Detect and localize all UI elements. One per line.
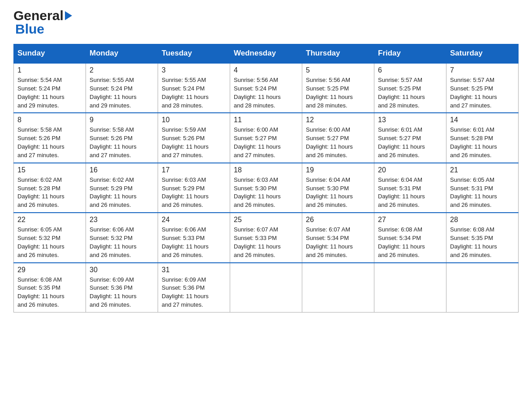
day-number: 7 — [450, 66, 515, 74]
weekday-header-saturday: Saturday — [446, 44, 519, 63]
calendar-cell: 15 Sunrise: 6:02 AM Sunset: 5:28 PM Dayl… — [14, 163, 86, 213]
day-number: 29 — [17, 266, 82, 274]
calendar-cell: 9 Sunrise: 5:58 AM Sunset: 5:26 PM Dayli… — [86, 113, 158, 163]
day-number: 16 — [90, 166, 154, 174]
day-info: Sunrise: 6:09 AM Sunset: 5:36 PM Dayligh… — [90, 276, 154, 309]
logo-general-text: General — [13, 9, 64, 22]
calendar-cell: 25 Sunrise: 6:07 AM Sunset: 5:33 PM Dayl… — [230, 213, 302, 262]
day-number: 6 — [378, 66, 442, 74]
day-info: Sunrise: 6:01 AM Sunset: 5:28 PM Dayligh… — [450, 126, 515, 159]
day-info: Sunrise: 5:58 AM Sunset: 5:26 PM Dayligh… — [90, 126, 154, 159]
day-number: 30 — [90, 266, 154, 274]
day-number: 2 — [90, 66, 154, 74]
day-info: Sunrise: 6:08 AM Sunset: 5:34 PM Dayligh… — [378, 226, 442, 259]
day-info: Sunrise: 6:08 AM Sunset: 5:35 PM Dayligh… — [17, 276, 82, 309]
day-number: 3 — [162, 66, 226, 74]
day-info: Sunrise: 5:56 AM Sunset: 5:24 PM Dayligh… — [234, 76, 298, 110]
logo-arrow-icon — [65, 11, 72, 20]
calendar-cell: 13 Sunrise: 6:01 AM Sunset: 5:27 PM Dayl… — [374, 113, 446, 163]
calendar-cell — [230, 263, 302, 313]
calendar-cell: 6 Sunrise: 5:57 AM Sunset: 5:25 PM Dayli… — [374, 63, 446, 113]
calendar-table: SundayMondayTuesdayWednesdayThursdayFrid… — [13, 44, 519, 313]
day-info: Sunrise: 6:04 AM Sunset: 5:30 PM Dayligh… — [306, 176, 370, 210]
day-number: 10 — [162, 116, 226, 124]
calendar-cell: 5 Sunrise: 5:56 AM Sunset: 5:25 PM Dayli… — [302, 63, 374, 113]
weekday-header-monday: Monday — [86, 44, 158, 63]
calendar-cell: 2 Sunrise: 5:55 AM Sunset: 5:24 PM Dayli… — [86, 63, 158, 113]
calendar-cell: 21 Sunrise: 6:05 AM Sunset: 5:31 PM Dayl… — [446, 163, 519, 213]
logo-blue-text: Blue — [13, 22, 44, 36]
day-info: Sunrise: 6:02 AM Sunset: 5:28 PM Dayligh… — [17, 176, 82, 210]
calendar-cell: 31 Sunrise: 6:09 AM Sunset: 5:36 PM Dayl… — [158, 263, 230, 313]
week-row-2: 8 Sunrise: 5:58 AM Sunset: 5:26 PM Dayli… — [14, 113, 519, 163]
day-number: 25 — [234, 216, 298, 224]
calendar-cell: 18 Sunrise: 6:03 AM Sunset: 5:30 PM Dayl… — [230, 163, 302, 213]
day-number: 18 — [234, 166, 298, 174]
day-info: Sunrise: 5:57 AM Sunset: 5:25 PM Dayligh… — [378, 76, 442, 110]
calendar-cell: 3 Sunrise: 5:55 AM Sunset: 5:24 PM Dayli… — [158, 63, 230, 113]
weekday-header-friday: Friday — [374, 44, 446, 63]
day-number: 11 — [234, 116, 298, 124]
day-info: Sunrise: 6:07 AM Sunset: 5:33 PM Dayligh… — [234, 226, 298, 259]
day-info: Sunrise: 6:03 AM Sunset: 5:29 PM Dayligh… — [162, 176, 226, 210]
calendar-cell: 12 Sunrise: 6:00 AM Sunset: 5:27 PM Dayl… — [302, 113, 374, 163]
day-info: Sunrise: 5:54 AM Sunset: 5:24 PM Dayligh… — [17, 76, 82, 110]
day-number: 24 — [162, 216, 226, 224]
day-number: 27 — [378, 216, 442, 224]
day-number: 17 — [162, 166, 226, 174]
week-row-5: 29 Sunrise: 6:08 AM Sunset: 5:35 PM Dayl… — [14, 263, 519, 313]
day-info: Sunrise: 6:00 AM Sunset: 5:27 PM Dayligh… — [306, 126, 370, 159]
calendar-cell: 23 Sunrise: 6:06 AM Sunset: 5:32 PM Dayl… — [86, 213, 158, 262]
calendar-cell: 26 Sunrise: 6:07 AM Sunset: 5:34 PM Dayl… — [302, 213, 374, 262]
day-info: Sunrise: 6:05 AM Sunset: 5:32 PM Dayligh… — [17, 226, 82, 259]
calendar-cell: 7 Sunrise: 5:57 AM Sunset: 5:25 PM Dayli… — [446, 63, 519, 113]
day-info: Sunrise: 6:07 AM Sunset: 5:34 PM Dayligh… — [306, 226, 370, 259]
day-number: 1 — [17, 66, 82, 74]
day-number: 26 — [306, 216, 370, 224]
day-number: 9 — [90, 116, 154, 124]
day-info: Sunrise: 5:59 AM Sunset: 5:26 PM Dayligh… — [162, 126, 226, 159]
day-number: 20 — [378, 166, 442, 174]
day-number: 4 — [234, 66, 298, 74]
calendar-cell: 14 Sunrise: 6:01 AM Sunset: 5:28 PM Dayl… — [446, 113, 519, 163]
day-info: Sunrise: 6:01 AM Sunset: 5:27 PM Dayligh… — [378, 126, 442, 159]
calendar-cell: 29 Sunrise: 6:08 AM Sunset: 5:35 PM Dayl… — [14, 263, 86, 313]
day-number: 19 — [306, 166, 370, 174]
day-info: Sunrise: 5:56 AM Sunset: 5:25 PM Dayligh… — [306, 76, 370, 110]
week-row-3: 15 Sunrise: 6:02 AM Sunset: 5:28 PM Dayl… — [14, 163, 519, 213]
calendar-cell — [374, 263, 446, 313]
day-number: 12 — [306, 116, 370, 124]
calendar-cell: 17 Sunrise: 6:03 AM Sunset: 5:29 PM Dayl… — [158, 163, 230, 213]
weekday-header-tuesday: Tuesday — [158, 44, 230, 63]
weekday-header-thursday: Thursday — [302, 44, 374, 63]
day-info: Sunrise: 6:04 AM Sunset: 5:31 PM Dayligh… — [378, 176, 442, 210]
day-number: 21 — [450, 166, 515, 174]
calendar-cell — [446, 263, 519, 313]
weekday-header-row: SundayMondayTuesdayWednesdayThursdayFrid… — [14, 44, 519, 63]
day-number: 15 — [17, 166, 82, 174]
calendar-cell: 10 Sunrise: 5:59 AM Sunset: 5:26 PM Dayl… — [158, 113, 230, 163]
calendar-cell: 28 Sunrise: 6:08 AM Sunset: 5:35 PM Dayl… — [446, 213, 519, 262]
weekday-header-wednesday: Wednesday — [230, 44, 302, 63]
week-row-4: 22 Sunrise: 6:05 AM Sunset: 5:32 PM Dayl… — [14, 213, 519, 262]
day-info: Sunrise: 5:55 AM Sunset: 5:24 PM Dayligh… — [90, 76, 154, 110]
day-info: Sunrise: 6:00 AM Sunset: 5:27 PM Dayligh… — [234, 126, 298, 159]
calendar-cell: 24 Sunrise: 6:06 AM Sunset: 5:33 PM Dayl… — [158, 213, 230, 262]
day-number: 8 — [17, 116, 82, 124]
calendar-cell: 27 Sunrise: 6:08 AM Sunset: 5:34 PM Dayl… — [374, 213, 446, 262]
day-info: Sunrise: 6:05 AM Sunset: 5:31 PM Dayligh… — [450, 176, 515, 210]
calendar-cell: 19 Sunrise: 6:04 AM Sunset: 5:30 PM Dayl… — [302, 163, 374, 213]
day-info: Sunrise: 6:08 AM Sunset: 5:35 PM Dayligh… — [450, 226, 515, 259]
day-info: Sunrise: 5:57 AM Sunset: 5:25 PM Dayligh… — [450, 76, 515, 110]
day-info: Sunrise: 6:09 AM Sunset: 5:36 PM Dayligh… — [162, 276, 226, 309]
day-number: 28 — [450, 216, 515, 224]
day-number: 31 — [162, 266, 226, 274]
calendar-cell: 8 Sunrise: 5:58 AM Sunset: 5:26 PM Dayli… — [14, 113, 86, 163]
day-number: 23 — [90, 216, 154, 224]
calendar-cell: 4 Sunrise: 5:56 AM Sunset: 5:24 PM Dayli… — [230, 63, 302, 113]
calendar-cell: 20 Sunrise: 6:04 AM Sunset: 5:31 PM Dayl… — [374, 163, 446, 213]
weekday-header-sunday: Sunday — [14, 44, 86, 63]
calendar-cell: 16 Sunrise: 6:02 AM Sunset: 5:29 PM Dayl… — [86, 163, 158, 213]
calendar-header: SundayMondayTuesdayWednesdayThursdayFrid… — [14, 44, 519, 63]
logo-general-line: General — [13, 9, 72, 22]
